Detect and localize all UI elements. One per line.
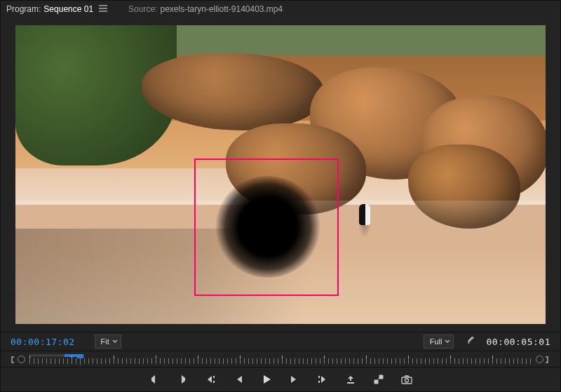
step-back-button[interactable] — [232, 373, 245, 386]
bracket-right-icon[interactable] — [543, 356, 550, 363]
monitor-viewport[interactable] — [1, 18, 560, 332]
chevron-down-icon — [445, 337, 450, 346]
extract-icon — [373, 374, 384, 384]
zoom-level-value: Fit — [101, 337, 109, 346]
svg-point-1 — [405, 379, 409, 382]
time-ruler[interactable] — [29, 354, 532, 364]
resolution-value: Full — [430, 337, 442, 346]
playhead-timecode[interactable]: 00:00:17:02 — [11, 337, 75, 347]
sequence-name[interactable]: Sequence 01 — [43, 4, 93, 14]
mark-out-icon — [177, 374, 187, 384]
source-filename[interactable]: pexels-taryn-elliott-9140403.mp4 — [160, 4, 283, 14]
resolution-dropdown[interactable]: Full — [424, 334, 454, 349]
video-frame[interactable] — [15, 25, 546, 324]
mark-in-icon — [149, 374, 159, 384]
scene-penguin — [359, 204, 370, 225]
zoom-handle-right[interactable] — [536, 356, 543, 363]
zoom-level-dropdown[interactable]: Fit — [95, 334, 121, 349]
go-to-in-icon — [205, 374, 216, 384]
panel-menu-icon[interactable] — [99, 4, 107, 14]
program-label: Program: — [6, 4, 41, 14]
duration-timecode[interactable]: 00:00:05:01 — [486, 337, 550, 347]
settings-wrench-icon[interactable] — [466, 336, 476, 348]
play-icon — [262, 374, 271, 384]
lift-button[interactable] — [344, 373, 357, 386]
svg-rect-0 — [402, 377, 412, 384]
mark-out-button[interactable] — [176, 373, 189, 386]
camera-icon — [401, 374, 412, 384]
step-forward-icon — [290, 374, 299, 384]
extract-button[interactable] — [372, 373, 385, 386]
go-to-out-icon — [317, 374, 328, 384]
blur-effect-blob[interactable] — [215, 176, 320, 278]
ruler-minor-ticks — [29, 358, 532, 364]
go-to-in-button[interactable] — [204, 373, 217, 386]
export-frame-button[interactable] — [400, 373, 413, 386]
step-back-icon — [234, 374, 243, 384]
zoom-handle-left[interactable] — [18, 356, 25, 363]
play-button[interactable] — [260, 373, 273, 386]
source-label: Source: — [128, 4, 157, 14]
panel-header: Program: Sequence 01 Source: pexels-tary… — [1, 1, 560, 18]
time-ruler-row — [1, 351, 560, 367]
mark-in-button[interactable] — [148, 373, 161, 386]
bracket-left-icon[interactable] — [11, 356, 18, 363]
program-monitor-panel: Program: Sequence 01 Source: pexels-tary… — [0, 0, 561, 392]
go-to-out-button[interactable] — [316, 373, 329, 386]
step-forward-button[interactable] — [288, 373, 301, 386]
chevron-down-icon — [112, 337, 118, 346]
lift-icon — [345, 374, 356, 384]
transport-controls — [1, 367, 560, 391]
status-bar: 00:00:17:02 Fit Full 00:00:05:01 — [1, 332, 560, 351]
